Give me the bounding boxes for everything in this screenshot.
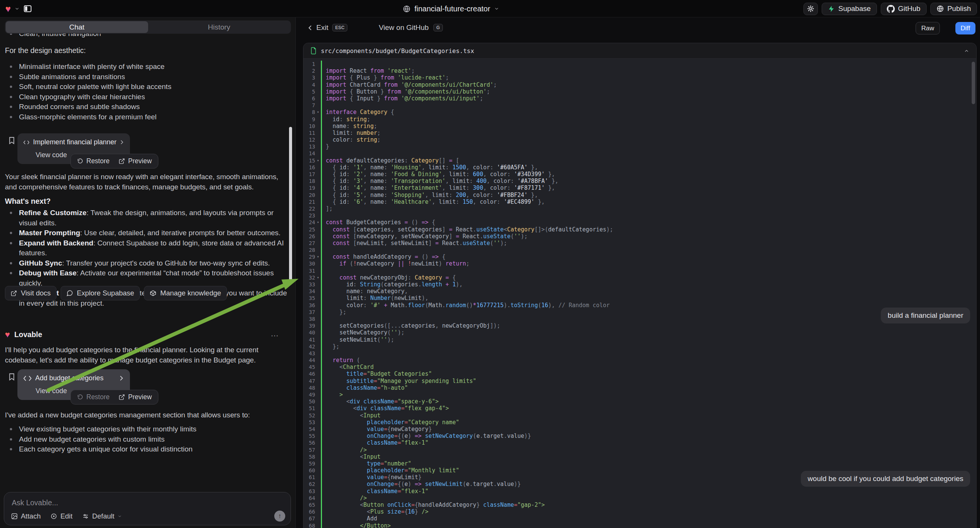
github-icon <box>887 5 895 13</box>
assistant-summary: Your sleek financial planner is now read… <box>5 172 290 192</box>
attach-image-icon <box>11 513 18 520</box>
list-item: Refine & Customize: Tweak the design, an… <box>5 208 290 228</box>
list-item: Subtle animations and transitions <box>5 72 290 82</box>
list-item: Debug with Ease: Activate our experiment… <box>5 268 290 288</box>
external-link-icon <box>119 158 125 164</box>
attach-button[interactable]: Attach <box>11 512 41 520</box>
visit-docs-button[interactable]: Visit docs <box>5 286 56 301</box>
restore-button[interactable]: Restore <box>77 393 110 401</box>
preview-button[interactable]: Preview <box>119 157 151 165</box>
list-item: GitHub Sync: Transfer your project's cod… <box>5 258 290 269</box>
assistant-reply-intro: I've added a new budget categories manag… <box>5 410 290 420</box>
quick-actions-row: Visit docs Explore Supabase Manage knowl… <box>5 286 290 301</box>
publish-globe-icon <box>936 5 944 13</box>
package-icon <box>150 290 156 297</box>
edit-card-title: Add budget categories <box>35 374 115 382</box>
list-item: Master Prompting: Use clear, detailed, a… <box>5 228 290 238</box>
restore-label: Restore <box>86 157 110 165</box>
feature-bullet-list: View existing budget categories with the… <box>5 424 290 455</box>
github-label: GitHub <box>898 5 921 13</box>
chevron-right-icon <box>119 375 124 381</box>
attach-label: Attach <box>21 512 41 520</box>
chat-bubble-icon <box>66 290 73 297</box>
model-label: Default <box>92 512 115 520</box>
workspace-chevron-down-icon[interactable] <box>14 6 20 11</box>
list-item: View existing budget categories with the… <box>5 424 290 434</box>
composer: Attach Edit Default ↑ <box>4 492 291 525</box>
restore-preview-pill: Restore Preview <box>70 154 158 169</box>
user-message-bubble: would be cool if you could add budget ca… <box>801 471 970 487</box>
preview-label: Preview <box>128 393 151 401</box>
preview-button[interactable]: Preview <box>119 393 151 401</box>
restore-label: Restore <box>86 393 110 401</box>
message-options-button[interactable]: ⋯ <box>271 331 279 340</box>
restore-icon <box>77 394 83 400</box>
explore-supabase-button[interactable]: Explore Supabase <box>60 286 140 301</box>
manage-knowledge-button[interactable]: Manage knowledge <box>144 286 226 301</box>
supabase-label: Supabase <box>838 5 871 13</box>
github-button[interactable]: GitHub <box>881 3 927 15</box>
bookmark-icon[interactable] <box>8 372 16 382</box>
sliders-icon <box>82 513 89 520</box>
user-message-bubble: build a financial planner <box>881 308 970 323</box>
chat-scroll-area[interactable]: Clean, intuitive navigation For the desi… <box>0 0 980 528</box>
chat-history-tabs: Chat History <box>5 21 291 34</box>
list-item: Clean typography with clear hierarchies <box>5 92 290 102</box>
toggle-sidebar-icon[interactable] <box>23 4 32 13</box>
explore-supabase-label: Explore Supabase <box>77 289 134 297</box>
chat-input[interactable] <box>12 497 283 508</box>
list-item: Rounded corners and subtle shadows <box>5 102 290 112</box>
list-item: Minimalist interface with plenty of whit… <box>5 62 290 72</box>
edit-card-title: Implement financial planner <box>33 138 116 146</box>
assistant-reply: I'll help you add budget categories to t… <box>5 345 290 365</box>
restore-icon <box>77 158 83 164</box>
chat-scrollbar[interactable] <box>289 127 292 283</box>
list-item: Expand with Backend: Connect Supabase to… <box>5 238 290 258</box>
code-icon <box>24 375 32 382</box>
design-bullet-list: Minimalist interface with plenty of whit… <box>5 62 290 122</box>
supabase-button[interactable]: Supabase <box>822 3 877 15</box>
restore-preview-pill: Restore Preview <box>70 390 158 404</box>
model-selector[interactable]: Default <box>82 512 122 520</box>
publish-button[interactable]: Publish <box>931 3 977 15</box>
list-item: Glass-morphic elements for a premium fee… <box>5 112 290 122</box>
supabase-bolt-icon <box>828 5 835 13</box>
chevron-right-icon <box>120 139 124 145</box>
list-item: Soft, neutral color palette with light b… <box>5 82 290 92</box>
tab-chat[interactable]: Chat <box>6 21 148 33</box>
external-link-icon <box>11 290 17 297</box>
assistant-name: Lovable <box>14 330 43 339</box>
project-switcher[interactable]: financial-future-creator <box>402 0 499 17</box>
assistant-header: ♥ Lovable ⋯ <box>5 330 290 339</box>
top-bar: ♥ financial-future-creator <box>0 0 980 17</box>
edit-target-icon <box>50 513 57 520</box>
lovable-avatar-icon: ♥ <box>5 330 10 339</box>
lovable-logo-icon[interactable]: ♥ <box>5 4 11 14</box>
design-heading: For the design aesthetic: <box>5 46 290 55</box>
gear-icon <box>807 5 815 13</box>
project-globe-icon <box>402 5 410 13</box>
preview-label: Preview <box>128 157 151 165</box>
code-icon <box>24 139 29 145</box>
project-name: financial-future-creator <box>414 5 490 13</box>
publish-label: Publish <box>947 5 971 13</box>
bookmark-icon[interactable] <box>8 135 16 145</box>
settings-button[interactable] <box>803 3 818 15</box>
whats-next-heading: What's next? <box>5 197 290 206</box>
send-button[interactable]: ↑ <box>274 511 285 522</box>
project-chevron-down-icon <box>494 6 499 11</box>
external-link-icon <box>119 394 125 400</box>
restore-button[interactable]: Restore <box>77 157 110 165</box>
list-item: Each category gets a unique color for vi… <box>5 444 290 455</box>
edit-label: Edit <box>60 512 72 520</box>
chevron-down-icon <box>118 514 122 518</box>
visit-docs-label: Visit docs <box>21 289 51 297</box>
manage-knowledge-label: Manage knowledge <box>160 289 221 297</box>
list-item: Add new budget categories with custom li… <box>5 434 290 445</box>
edit-mode-button[interactable]: Edit <box>50 512 72 520</box>
tab-history[interactable]: History <box>148 21 291 33</box>
